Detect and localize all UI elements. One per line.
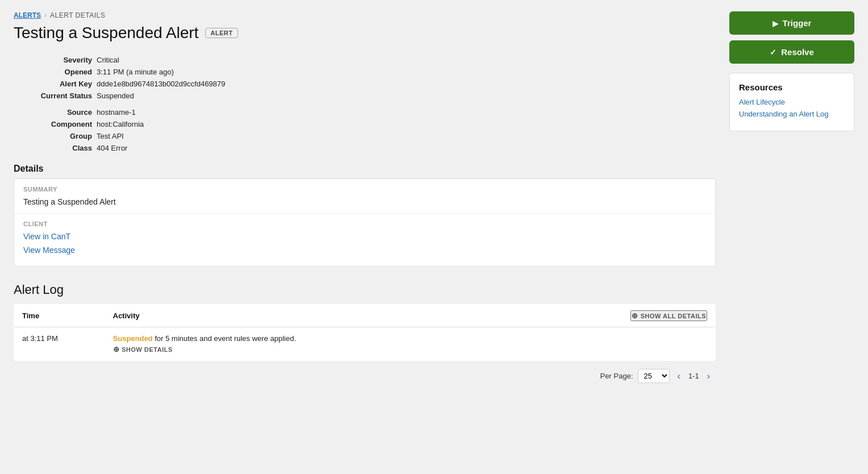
summary-text: Testing a Suspended Alert [23, 197, 706, 206]
source-value: hostname-1 [97, 108, 716, 117]
log-time-value: at 3:11 PM [22, 334, 58, 343]
prev-page-button[interactable]: ‹ [674, 370, 684, 382]
activity-status: Suspended [113, 334, 153, 343]
main-content: ALERTS › ALERT DETAILS Testing a Suspend… [14, 11, 716, 463]
current-status-label: Current Status [18, 92, 92, 100]
log-time-cell: at 3:11 PM [14, 327, 105, 361]
summary-section: SUMMARY Testing a Suspended Alert [14, 179, 715, 214]
col-time: Time [14, 305, 105, 327]
page-info: 1-1 [688, 372, 699, 380]
client-label: CLIENT [23, 221, 706, 227]
details-heading: Details [14, 164, 716, 174]
breadcrumb-alerts-link[interactable]: ALERTS [14, 11, 41, 19]
group-label: Group [18, 132, 92, 140]
component-label: Component [18, 120, 92, 128]
resolve-button[interactable]: Resolve [729, 40, 854, 64]
show-details-label: SHOW DETAILS [122, 346, 173, 353]
view-message-row: View Message [23, 246, 706, 255]
resources-card: Resources Alert Lifecycle Understanding … [729, 73, 854, 131]
alert-log-table: Time Activity SHOW ALL DETAILS [14, 304, 716, 361]
resolve-check-icon [770, 47, 776, 57]
show-details-plus-icon [113, 345, 120, 354]
plus-icon [632, 311, 638, 320]
source-label: Source [18, 108, 92, 117]
pagination-row: Per Page: 25 50 100 ‹ 1-1 › [14, 369, 716, 383]
opened-value: 3:11 PM (a minute ago) [97, 68, 716, 76]
alert-type-badge: ALERT [205, 28, 238, 38]
next-page-button[interactable]: › [704, 370, 713, 382]
per-page-select[interactable]: 25 50 100 [638, 369, 670, 383]
table-row: at 3:11 PM Suspended for 5 minutes and e… [14, 327, 716, 361]
breadcrumb-current: ALERT DETAILS [50, 11, 105, 19]
group-value: Test API [97, 132, 716, 140]
class-label: Class [18, 144, 92, 152]
sidebar: Trigger Resolve Resources Alert Lifecycl… [729, 11, 854, 463]
resolve-label: Resolve [781, 47, 814, 57]
per-page-label: Per Page: [600, 372, 633, 380]
breadcrumb: ALERTS › ALERT DETAILS [14, 11, 716, 19]
details-card: SUMMARY Testing a Suspended Alert CLIENT… [14, 178, 716, 267]
severity-label: Severity [18, 56, 92, 64]
show-all-details-button[interactable]: SHOW ALL DETAILS [630, 310, 707, 321]
details-title: Details [14, 164, 716, 174]
class-value: 404 Error [97, 144, 716, 152]
col-activity: Activity SHOW ALL DETAILS [105, 305, 716, 327]
alert-log-heading: Alert Log [14, 282, 716, 297]
component-value: host:California [97, 120, 716, 128]
trigger-label: Trigger [783, 18, 812, 28]
trigger-play-icon [773, 18, 778, 28]
understanding-alert-log-link[interactable]: Understanding an Alert Log [739, 110, 845, 118]
alert-lifecycle-link[interactable]: Alert Lifecycle [739, 98, 845, 106]
page-title-row: Testing a Suspended Alert ALERT [14, 24, 716, 42]
view-in-cant-link[interactable]: View in CanT [23, 232, 70, 241]
log-activity-cell: Suspended for 5 minutes and event rules … [105, 327, 716, 361]
info-grid: Severity Critical Opened 3:11 PM (a minu… [18, 56, 716, 152]
current-status-value: Suspended [97, 92, 716, 100]
page-title: Testing a Suspended Alert [14, 24, 198, 42]
show-details-button[interactable]: SHOW DETAILS [113, 345, 708, 354]
view-message-link[interactable]: View Message [23, 246, 75, 255]
opened-label: Opened [18, 68, 92, 76]
trigger-button[interactable]: Trigger [729, 11, 854, 35]
view-in-cant-row: View in CanT [23, 232, 706, 241]
summary-label: SUMMARY [23, 186, 706, 193]
show-all-label: SHOW ALL DETAILS [641, 313, 706, 319]
severity-value: Critical [97, 56, 716, 64]
breadcrumb-separator: › [44, 11, 47, 19]
resources-heading: Resources [739, 82, 845, 92]
alert-key-label: Alert Key [18, 80, 92, 88]
table-header-row: Time Activity SHOW ALL DETAILS [14, 305, 716, 327]
client-section: CLIENT View in CanT View Message [14, 214, 715, 266]
alert-key-value: ddde1e8bd9674813b002d9ccfd469879 [97, 80, 716, 88]
activity-header-label: Activity [113, 311, 140, 320]
activity-text: Suspended for 5 minutes and event rules … [113, 334, 708, 343]
activity-suffix: for 5 minutes and event rules were appli… [153, 334, 296, 343]
